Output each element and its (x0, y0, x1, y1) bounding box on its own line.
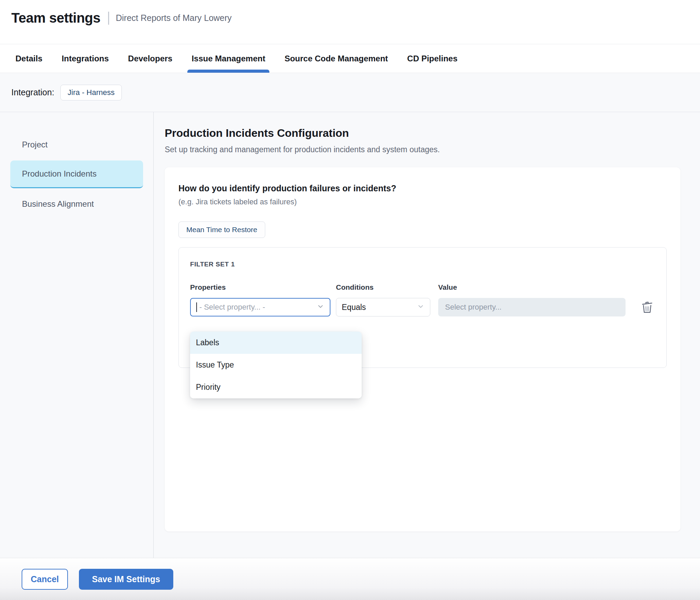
chevron-down-icon (417, 303, 424, 312)
value-column-label: Value (438, 283, 626, 291)
tabs-bar: Details Integrations Developers Issue Ma… (0, 44, 700, 73)
tab-source-code-management[interactable]: Source Code Management (284, 44, 388, 73)
team-settings-page: Team settings Direct Reports of Mary Low… (0, 0, 700, 600)
integration-row: Integration: Jira - Harness (0, 73, 700, 112)
filter-column-labels: Properties Conditions Value (190, 283, 655, 291)
value-input[interactable] (438, 298, 626, 316)
conditions-column-label: Conditions (336, 283, 430, 291)
tab-cd-pipelines[interactable]: CD Pipelines (407, 44, 458, 73)
content-area: Project Production Incidents Business Al… (0, 112, 700, 558)
condition-select[interactable]: Equals (336, 298, 430, 316)
save-im-settings-button[interactable]: Save IM Settings (79, 569, 173, 590)
title-separator (108, 12, 109, 25)
mean-time-to-restore-tab[interactable]: Mean Time to Restore (178, 221, 265, 238)
question-hint: (e.g. Jira tickets labeled as failures) (178, 197, 667, 206)
property-select[interactable]: - Select property... - (190, 298, 330, 316)
tab-integrations[interactable]: Integrations (62, 44, 109, 73)
integration-label: Integration: (11, 87, 54, 97)
tab-details[interactable]: Details (15, 44, 43, 73)
dropdown-option-issue-type[interactable]: Issue Type (190, 354, 362, 376)
dropdown-option-labels[interactable]: Labels (190, 332, 362, 354)
properties-column-label: Properties (190, 283, 330, 291)
integration-badge[interactable]: Jira - Harness (60, 85, 122, 100)
sidebar-item-production-incidents[interactable]: Production Incidents (10, 160, 143, 188)
filter-controls-row: - Select property... - Equals (190, 298, 655, 316)
dropdown-option-priority[interactable]: Priority (190, 376, 362, 398)
trash-icon (641, 310, 654, 315)
tab-developers[interactable]: Developers (128, 44, 172, 73)
page-subtitle: Direct Reports of Mary Lowery (116, 13, 232, 23)
chevron-down-icon (317, 303, 324, 312)
section-title: Production Incidents Configuration (165, 127, 680, 140)
title-row: Team settings Direct Reports of Mary Low… (11, 10, 689, 26)
incidents-config-card: How do you identify production failures … (165, 167, 680, 531)
delete-filter-button[interactable] (639, 299, 655, 316)
main-panel: Production Incidents Configuration Set u… (154, 112, 700, 558)
app-header: Team settings Direct Reports of Mary Low… (0, 0, 700, 44)
sidebar-item-project[interactable]: Project (10, 131, 143, 158)
settings-sidebar: Project Production Incidents Business Al… (0, 112, 154, 558)
cancel-button[interactable]: Cancel (22, 569, 68, 590)
text-cursor-caret (196, 302, 197, 312)
section-subtitle: Set up tracking and management for produ… (165, 145, 680, 154)
question-heading: How do you identify production failures … (178, 183, 667, 193)
filter-set-card: FILTER SET 1 Properties Conditions Value… (178, 247, 667, 368)
footer-bar: Cancel Save IM Settings (0, 558, 700, 600)
sidebar-item-business-alignment[interactable]: Business Alignment (10, 191, 143, 217)
property-dropdown-menu: Labels Issue Type Priority (190, 332, 362, 398)
page-title: Team settings (11, 10, 101, 26)
tab-issue-management[interactable]: Issue Management (191, 44, 265, 73)
property-select-placeholder: - Select property... - (199, 303, 317, 312)
condition-select-value: Equals (342, 303, 417, 312)
filter-set-title: FILTER SET 1 (190, 261, 655, 268)
